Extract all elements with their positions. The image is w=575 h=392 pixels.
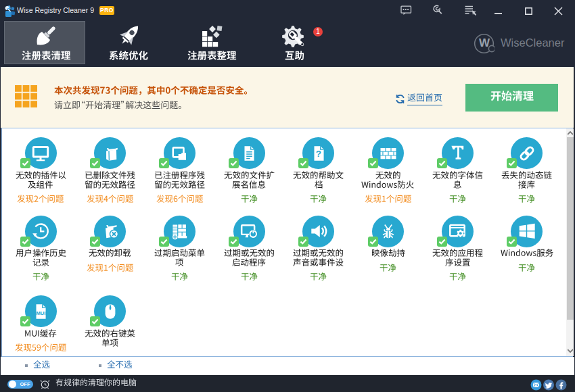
svg-text:MUI: MUI [36, 310, 45, 316]
svg-text:?: ? [316, 149, 321, 159]
